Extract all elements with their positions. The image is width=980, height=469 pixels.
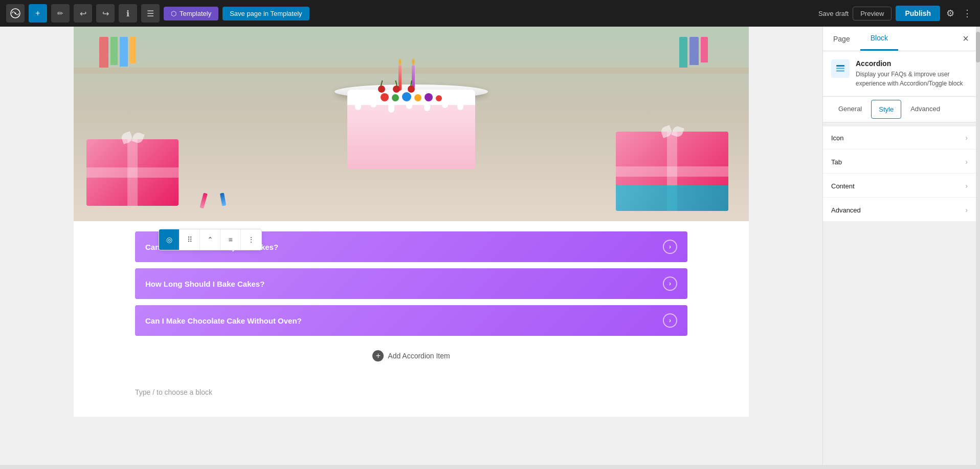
move-up-down-button[interactable]: ⌃ [200, 229, 220, 250]
preview-button[interactable]: Preview [853, 7, 892, 20]
panel-advanced-chevron: › [965, 206, 968, 214]
chevron-right-icon-3: › [669, 317, 671, 324]
align-icon: ≡ [228, 236, 232, 244]
chevron-right-icon-1: › [669, 243, 671, 250]
toolbar-right: Save draft Preview Publish ⚙ ⋮ [818, 6, 974, 21]
close-icon: × [963, 33, 969, 44]
panel-icon[interactable]: Icon › [823, 126, 976, 150]
accordion-block-icon [831, 59, 850, 78]
sidebar-close-button[interactable]: × [955, 28, 976, 50]
block-floating-toolbar: ◎ ⠿ ⌃ ≡ ⋮ [159, 229, 262, 250]
accordion-title-2: How Long Should I Bake Cakes? [145, 280, 264, 288]
info-icon: ℹ [126, 9, 129, 18]
list-icon: ☰ [147, 9, 154, 18]
cake-scene [74, 27, 749, 221]
settings-tab-style[interactable]: Style [871, 100, 901, 119]
panel-icon-label: Icon [831, 134, 844, 142]
sidebar-header: Page Block × [823, 27, 976, 51]
undo-icon: ↩ [80, 9, 86, 18]
main-layout: ◎ ⠿ ⌃ ≡ ⋮ Can I [0, 27, 980, 465]
templately-icon: ⬡ [171, 10, 176, 17]
drag-icon: ⠿ [187, 236, 192, 244]
add-block-button[interactable]: + [29, 4, 47, 23]
block-description: Display your FAQs & improve user experie… [856, 70, 968, 88]
toolbar-left: + ✏ ↩ ↪ ℹ ☰ ⬡ Templately Save page in Te… [6, 4, 309, 23]
settings-button[interactable]: ⚙ [944, 6, 956, 21]
block-info-text: Accordion Display your FAQs & improve us… [856, 59, 968, 88]
panel-content[interactable]: Content › [823, 175, 976, 198]
gear-icon: ⚙ [946, 8, 954, 18]
publish-button[interactable]: Publish [896, 6, 940, 21]
info-button[interactable]: ℹ [119, 4, 137, 23]
panel-icon-chevron: › [965, 134, 968, 142]
settings-tabs: General Style Advanced [823, 97, 976, 122]
panel-tab-chevron: › [965, 158, 968, 166]
block-type-button[interactable]: ◎ [159, 229, 180, 250]
top-toolbar: + ✏ ↩ ↪ ℹ ☰ ⬡ Templately Save page in Te… [0, 0, 980, 27]
panel-tab-label: Tab [831, 158, 842, 166]
add-accordion-item-button[interactable]: + Add Accordion Item [135, 342, 687, 370]
scroll-thumb [976, 32, 980, 62]
svg-rect-3 [836, 68, 844, 69]
tab-block[interactable]: Block [860, 27, 898, 51]
chevron-right-icon-2: › [669, 280, 671, 287]
more-menu-button[interactable]: ⋮ [961, 6, 974, 21]
save-templately-button[interactable]: Save page in Templately [222, 7, 309, 20]
type-block-hint[interactable]: Type / to choose a block [74, 380, 749, 417]
list-view-button[interactable]: ☰ [141, 4, 160, 23]
accordion-arrow-1: › [663, 240, 677, 254]
align-button[interactable]: ≡ [220, 229, 241, 250]
svg-rect-4 [836, 70, 844, 72]
panel-advanced[interactable]: Advanced › [823, 199, 976, 222]
more-options-button[interactable]: ⋮ [241, 229, 261, 250]
sidebar-scrollbar[interactable] [976, 27, 980, 465]
sidebar-tabs: Page Block [823, 27, 898, 51]
accordion-header-2[interactable]: How Long Should I Bake Cakes? › [135, 268, 687, 299]
panel-content-label: Content [831, 182, 855, 190]
save-draft-button[interactable]: Save draft [818, 10, 849, 17]
bottom-scrollbar[interactable] [0, 465, 980, 469]
accordion-item-3: Can I Make Chocolate Cake Without Oven? … [135, 305, 687, 336]
accordion-title-3: Can I Make Chocolate Cake Without Oven? [145, 316, 302, 325]
accordion-arrow-2: › [663, 276, 677, 291]
templately-button[interactable]: ⬡ Templately [164, 7, 218, 20]
accordion-arrow-3: › [663, 313, 677, 328]
accordion-header-3[interactable]: Can I Make Chocolate Cake Without Oven? … [135, 305, 687, 336]
redo-icon: ↪ [102, 9, 109, 18]
panel-tab[interactable]: Tab › [823, 151, 976, 174]
right-sidebar: Page Block × Accordion Display [822, 27, 976, 465]
tab-page[interactable]: Page [823, 27, 860, 51]
settings-panels: Icon › Tab › Content › Advanced › [823, 122, 976, 465]
block-title: Accordion [856, 59, 968, 68]
editor-area[interactable]: ◎ ⠿ ⌃ ≡ ⋮ Can I [0, 27, 822, 465]
settings-tab-general[interactable]: General [831, 97, 869, 122]
svg-point-1 [15, 13, 16, 14]
ellipsis-icon: ⋮ [248, 236, 255, 244]
editor-canvas: ◎ ⠿ ⌃ ≡ ⋮ Can I [74, 27, 749, 417]
plus-icon: + [35, 9, 40, 18]
svg-rect-2 [836, 65, 844, 67]
drag-handle-button[interactable]: ⠿ [180, 229, 200, 250]
arrows-icon: ⌃ [207, 236, 213, 244]
settings-tab-advanced[interactable]: Advanced [903, 97, 947, 122]
panel-advanced-label: Advanced [831, 206, 861, 214]
redo-button[interactable]: ↪ [96, 4, 115, 23]
dots-vertical-icon: ⋮ [963, 8, 972, 18]
pen-icon: ✏ [57, 9, 63, 17]
settings-group: Icon › Tab › Content › Advanced › [823, 126, 976, 222]
panel-content-chevron: › [965, 182, 968, 190]
hero-image [74, 27, 749, 221]
wp-logo[interactable] [6, 4, 25, 23]
add-circle-icon: + [372, 350, 384, 361]
block-info: Accordion Display your FAQs & improve us… [823, 51, 976, 97]
accordion-item-2: How Long Should I Bake Cakes? › [135, 268, 687, 299]
block-type-icon: ◎ [166, 236, 172, 244]
edit-button[interactable]: ✏ [51, 4, 70, 23]
add-accordion-label: Add Accordion Item [388, 352, 450, 360]
undo-button[interactable]: ↩ [74, 4, 92, 23]
